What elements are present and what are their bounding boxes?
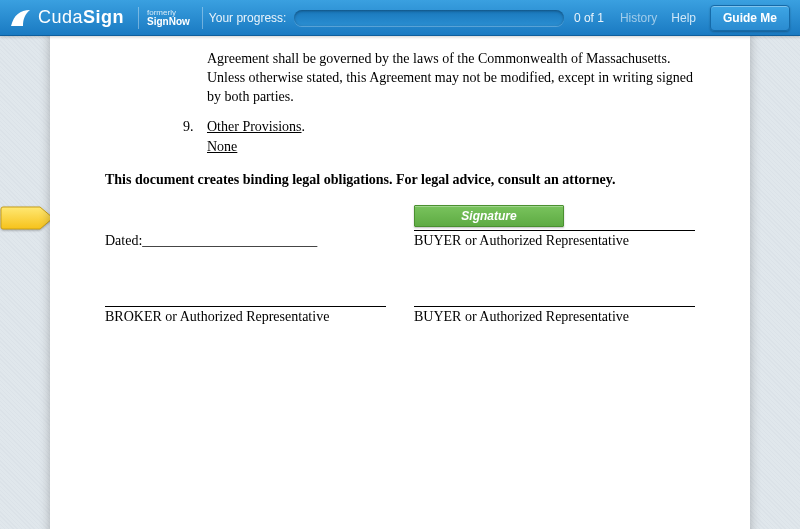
signature-caption: BUYER or Authorized Representative (414, 231, 695, 249)
divider (138, 7, 139, 29)
signature-field-button[interactable]: Signature (414, 205, 564, 227)
top-bar: CudaSign formerly SignNow Your progress:… (0, 0, 800, 36)
dated-field: Dated: _________________________ (105, 213, 386, 249)
item-title: Other Provisions. (207, 119, 305, 135)
governing-law-paragraph: Agreement shall be governed by the laws … (207, 50, 695, 107)
signature-line (414, 289, 695, 307)
action-pointer-icon (0, 206, 54, 230)
progress-bar[interactable] (294, 10, 564, 26)
dated-label: Dated: (105, 233, 142, 249)
divider (202, 7, 203, 29)
formerly-block: formerly SignNow (141, 9, 200, 27)
signature-row-2: BROKER or Authorized Representative BUYE… (105, 289, 695, 325)
signature-slot-buyer-2: BUYER or Authorized Representative (414, 289, 695, 325)
formerly-name: SignNow (147, 17, 190, 27)
signature-line (105, 289, 386, 307)
guide-me-button[interactable]: Guide Me (710, 5, 790, 31)
signature-caption: BROKER or Authorized Representative (105, 307, 386, 325)
progress-wrap: 0 of 1 (294, 10, 604, 26)
shark-fin-icon (10, 9, 32, 27)
signature-row-1: Dated: _________________________ Signatu… (105, 213, 695, 249)
history-link[interactable]: History (620, 11, 657, 25)
help-link[interactable]: Help (671, 11, 696, 25)
document-viewport[interactable]: Agreement shall be governed by the laws … (0, 36, 800, 529)
signature-slot-buyer-1: Signature BUYER or Authorized Representa… (414, 213, 695, 249)
brand-text: CudaSign (38, 7, 124, 28)
signature-slot-broker: BROKER or Authorized Representative (105, 289, 386, 325)
progress-count: 0 of 1 (574, 11, 604, 25)
brand-logo: CudaSign (10, 7, 136, 28)
signature-caption: BUYER or Authorized Representative (414, 307, 695, 325)
list-item-9: 9. Other Provisions. (183, 119, 695, 135)
dated-blank: _________________________ (142, 233, 337, 249)
item-none: None (207, 139, 695, 155)
progress-label: Your progress: (209, 11, 287, 25)
legal-warning: This document creates binding legal obli… (105, 171, 695, 189)
item-number: 9. (183, 119, 207, 135)
page-bottom-space (105, 365, 695, 485)
topbar-right: History Help Guide Me (620, 5, 790, 31)
document-page: Agreement shall be governed by the laws … (50, 36, 750, 529)
